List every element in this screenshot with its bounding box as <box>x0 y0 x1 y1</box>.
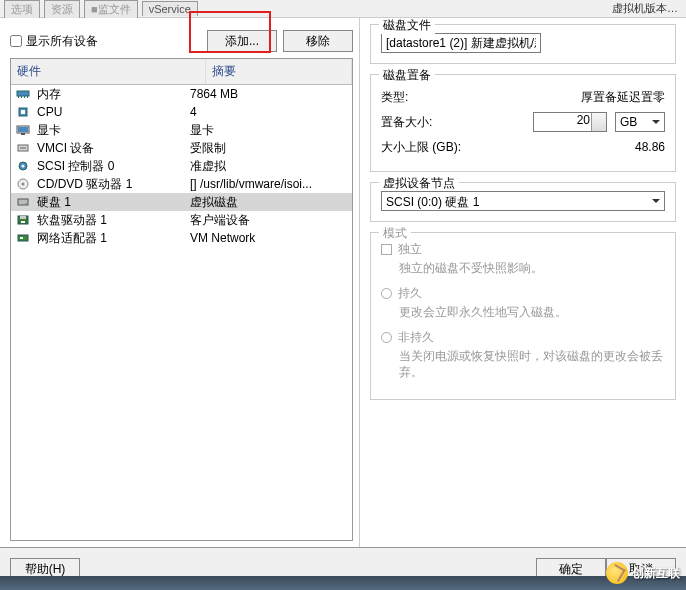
table-row[interactable]: CPU4 <box>11 103 352 121</box>
hw-name: VMCI 设备 <box>37 140 94 157</box>
hw-name: CD/DVD 驱动器 1 <box>37 176 132 193</box>
video-icon <box>15 123 31 137</box>
svg-rect-22 <box>20 237 23 239</box>
disk-provision-group: 磁盘置备 类型: 厚置备延迟置零 置备大小: 20 GB 大小上限 (GB): … <box>370 74 676 172</box>
nonpersistent-radio[interactable] <box>381 332 392 343</box>
hardware-table: 硬件 摘要 内存7864 MBCPU4显卡显卡VMCI 设备受限制SCSI 控制… <box>10 58 353 541</box>
hw-summary: 7864 MB <box>190 87 352 101</box>
add-button[interactable]: 添加... <box>207 30 277 52</box>
table-row[interactable]: 内存7864 MB <box>11 85 352 103</box>
vdev-title: 虚拟设备节点 <box>379 175 459 192</box>
limit-label: 大小上限 (GB): <box>381 139 491 156</box>
disk-icon <box>15 195 31 209</box>
mode-group: 模式 独立 独立的磁盘不受快照影响。 持久 更改会立即永久性地写入磁盘。 非持久… <box>370 232 676 400</box>
table-row[interactable]: 显卡显卡 <box>11 121 352 139</box>
table-row[interactable]: VMCI 设备受限制 <box>11 139 352 157</box>
svg-rect-4 <box>27 96 28 98</box>
table-row[interactable]: SCSI 控制器 0准虚拟 <box>11 157 352 175</box>
svg-point-15 <box>22 183 25 186</box>
vdev-select[interactable]: SCSI (0:0) 硬盘 1 <box>381 191 665 211</box>
type-label: 类型: <box>381 89 461 106</box>
persistent-desc: 更改会立即永久性地写入磁盘。 <box>399 304 665 321</box>
mode-title: 模式 <box>379 225 411 242</box>
memory-icon <box>15 87 31 101</box>
hw-name: CPU <box>37 105 62 119</box>
hw-summary: 受限制 <box>190 140 352 157</box>
hw-name: 网络适配器 1 <box>37 230 107 247</box>
tab-options[interactable]: 选项 <box>4 0 40 18</box>
table-row[interactable]: 软盘驱动器 1客户端设备 <box>11 211 352 229</box>
table-row[interactable]: 硬盘 1虚拟磁盘 <box>11 193 352 211</box>
table-row[interactable]: 网络适配器 1VM Network <box>11 229 352 247</box>
floppy-icon <box>15 213 31 227</box>
type-value: 厚置备延迟置零 <box>581 89 665 106</box>
show-all-label: 显示所有设备 <box>26 33 98 50</box>
svg-rect-6 <box>21 110 25 114</box>
svg-point-17 <box>25 203 27 205</box>
vdev-node-group: 虚拟设备节点 SCSI (0:0) 硬盘 1 <box>370 182 676 222</box>
show-all-devices-checkbox[interactable]: 显示所有设备 <box>10 33 98 50</box>
hw-summary: 虚拟磁盘 <box>190 194 352 211</box>
hw-summary: 显卡 <box>190 122 352 139</box>
persistent-label: 持久 <box>398 286 422 300</box>
hw-summary: 客户端设备 <box>190 212 352 229</box>
hw-summary: [] /usr/lib/vmware/isoi... <box>190 177 352 191</box>
tab-vservice[interactable]: vService <box>142 1 198 16</box>
cd-icon <box>15 177 31 191</box>
independent-label: 独立 <box>398 242 422 256</box>
remove-button[interactable]: 移除 <box>283 30 353 52</box>
svg-rect-9 <box>21 133 25 135</box>
hw-summary: 4 <box>190 105 352 119</box>
hw-name: 显卡 <box>37 122 61 139</box>
show-all-checkbox-input[interactable] <box>10 35 22 47</box>
disk-file-input[interactable] <box>381 33 541 53</box>
nic-icon <box>15 231 31 245</box>
hw-name: SCSI 控制器 0 <box>37 158 114 175</box>
independent-checkbox[interactable] <box>381 244 392 255</box>
svg-rect-8 <box>18 127 28 132</box>
svg-rect-19 <box>20 216 26 219</box>
disk-file-group: 磁盘文件 <box>370 24 676 64</box>
svg-rect-20 <box>21 221 25 223</box>
persistent-radio[interactable] <box>381 288 392 299</box>
tab-strip: 选项 资源 ■监文件 vService 虚拟机版本… <box>0 0 686 18</box>
disk-provision-title: 磁盘置备 <box>379 67 435 84</box>
detail-pane: 磁盘文件 磁盘置备 类型: 厚置备延迟置零 置备大小: 20 GB 大小上限 (… <box>360 18 686 547</box>
tab-profiles[interactable]: ■监文件 <box>84 0 138 18</box>
size-unit-select[interactable]: GB <box>615 112 665 132</box>
hw-name: 硬盘 1 <box>37 194 71 211</box>
svg-point-13 <box>22 165 25 168</box>
hardware-pane: 显示所有设备 添加... 移除 硬件 摘要 内存7864 MBCPU4显卡显卡V… <box>0 18 360 547</box>
disk-file-title: 磁盘文件 <box>379 18 435 34</box>
nonpersistent-label: 非持久 <box>398 330 434 344</box>
taskbar <box>0 576 686 590</box>
svg-rect-0 <box>17 91 29 96</box>
vmci-icon <box>15 141 31 155</box>
size-label: 置备大小: <box>381 114 461 131</box>
watermark-icon <box>606 562 628 584</box>
svg-rect-1 <box>18 96 19 98</box>
size-spinner[interactable]: 20 <box>533 112 607 132</box>
col-summary[interactable]: 摘要 <box>206 59 352 84</box>
nonpersistent-desc: 当关闭电源或恢复快照时，对该磁盘的更改会被丢弃。 <box>399 348 665 382</box>
hw-name: 软盘驱动器 1 <box>37 212 107 229</box>
svg-rect-2 <box>21 96 22 98</box>
cpu-icon <box>15 105 31 119</box>
tab-resources[interactable]: 资源 <box>44 0 80 18</box>
vm-version-label: 虚拟机版本… <box>612 1 678 16</box>
hw-summary: VM Network <box>190 231 352 245</box>
col-hardware[interactable]: 硬件 <box>11 59 206 84</box>
table-row[interactable]: CD/DVD 驱动器 1[] /usr/lib/vmware/isoi... <box>11 175 352 193</box>
svg-rect-3 <box>24 96 25 98</box>
svg-rect-11 <box>20 147 26 149</box>
scsi-icon <box>15 159 31 173</box>
hw-summary: 准虚拟 <box>190 158 352 175</box>
limit-value: 48.86 <box>635 140 665 154</box>
hw-name: 内存 <box>37 86 61 103</box>
watermark: 创新互联 <box>606 562 680 584</box>
watermark-text: 创新互联 <box>632 565 680 582</box>
independent-desc: 独立的磁盘不受快照影响。 <box>399 260 665 277</box>
